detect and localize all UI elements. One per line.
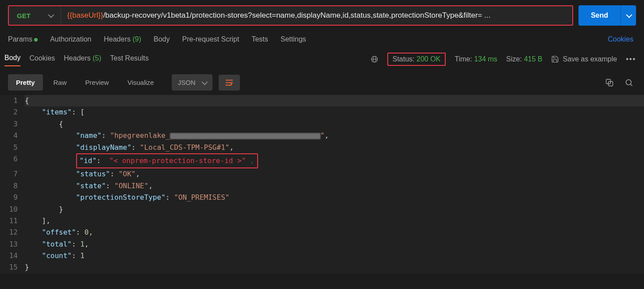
tab-prerequest[interactable]: Pre-request Script — [182, 35, 239, 43]
response-tab-cookies[interactable]: Cookies — [29, 53, 55, 66]
line-number: 8 — [0, 180, 25, 192]
status-indicator: Status: 200 OK — [387, 53, 446, 66]
copy-icon[interactable] — [605, 78, 614, 87]
svg-point-7 — [626, 80, 631, 85]
send-group: Send — [578, 5, 636, 26]
line-number: 10 — [0, 204, 25, 215]
send-dropdown-button[interactable] — [621, 5, 636, 26]
line-number: 6 — [0, 153, 25, 168]
id-field-highlight: "id": "< onprem-protection-store-id >" , — [76, 153, 258, 168]
response-view-toolbar: Pretty Raw Preview Visualize JSON — [0, 70, 644, 95]
view-tab-raw[interactable]: Raw — [46, 74, 75, 91]
response-tab-test-results[interactable]: Test Results — [110, 53, 149, 66]
line-number: 5 — [0, 142, 25, 153]
tab-headers[interactable]: Headers (9) — [104, 35, 142, 43]
response-header: Body Cookies Headers (5) Test Results St… — [0, 49, 644, 70]
line-number: 3 — [0, 118, 25, 130]
chevron-down-icon — [48, 12, 54, 18]
view-tab-visualize[interactable]: Visualize — [120, 74, 162, 91]
modified-dot-icon — [34, 38, 38, 42]
line-number: 7 — [0, 168, 25, 180]
request-url-group: GET {{baseUrl}}/backup-recovery/v1beta1/… — [8, 5, 573, 26]
response-time: Time: 134 ms — [455, 55, 497, 63]
tab-tests[interactable]: Tests — [251, 35, 268, 43]
chevron-down-icon — [626, 12, 632, 18]
http-method-label: GET — [17, 12, 31, 19]
more-options-button[interactable]: ••• — [626, 55, 636, 63]
line-number: 14 — [0, 250, 25, 262]
view-tab-preview[interactable]: Preview — [77, 74, 117, 91]
line-number: 2 — [0, 106, 25, 118]
tab-body[interactable]: Body — [154, 35, 170, 43]
url-input[interactable]: {{baseUrl}}/backup-recovery/v1beta1/prot… — [61, 6, 572, 25]
redacted-content — [170, 133, 320, 139]
network-icon[interactable] — [370, 55, 378, 63]
format-select[interactable]: JSON — [172, 74, 212, 91]
line-number: 9 — [0, 192, 25, 203]
wrap-lines-button[interactable] — [219, 75, 240, 91]
request-tabs: Params Authorization Headers (9) Body Pr… — [0, 31, 644, 49]
line-number: 12 — [0, 227, 25, 238]
line-number: 4 — [0, 130, 25, 141]
tab-authorization[interactable]: Authorization — [50, 35, 91, 43]
response-tab-headers[interactable]: Headers (5) — [64, 53, 101, 66]
line-number: 11 — [0, 215, 25, 227]
http-method-select[interactable]: GET — [9, 6, 61, 25]
tab-params[interactable]: Params — [8, 35, 38, 43]
line-number: 15 — [0, 262, 25, 273]
save-icon — [551, 55, 559, 63]
search-icon[interactable] — [625, 78, 633, 87]
url-path: /backup-recovery/v1beta1/protection-stor… — [103, 11, 490, 20]
base-url-variable: {{baseUrl}} — [67, 11, 103, 20]
view-tab-pretty[interactable]: Pretty — [8, 74, 43, 91]
svg-line-8 — [630, 84, 632, 86]
tab-settings[interactable]: Settings — [281, 35, 306, 43]
send-button[interactable]: Send — [578, 5, 621, 26]
line-number: 13 — [0, 239, 25, 250]
response-size: Size: 415 B — [506, 55, 543, 63]
response-body-code[interactable]: 1{ 2 "items": [ 3 { 4 "name": "hpegreenl… — [0, 95, 644, 274]
cookies-link[interactable]: Cookies — [608, 35, 633, 43]
response-tab-body[interactable]: Body — [4, 52, 20, 66]
chevron-down-icon — [201, 79, 208, 85]
line-number: 1 — [0, 95, 25, 106]
save-as-example-button[interactable]: Save as example — [551, 55, 617, 63]
